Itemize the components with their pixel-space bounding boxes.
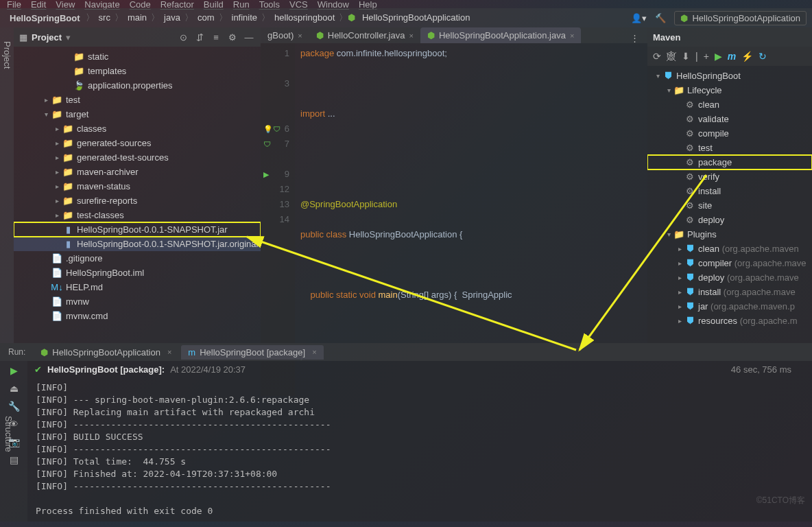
maven-root[interactable]: ▾⛊HelloSpringBoot <box>647 69 812 83</box>
spring-icon: ⬢ <box>316 30 324 40</box>
tab-HelloSpringBootApplication.java[interactable]: ⬢HelloSpringBootApplication.java× <box>420 27 581 43</box>
tree-item-mvnw.cmd[interactable]: 📄mvnw.cmd <box>14 309 261 323</box>
run-tab-HelloSpringBootApplication[interactable]: ⬢HelloSpringBootApplication× <box>34 345 178 360</box>
plugin-resources[interactable]: ▸⛊resources (org.apache.m <box>647 314 812 328</box>
lifecycle-install[interactable]: ⚙install <box>647 184 812 198</box>
run-config-selector[interactable]: ⬢ HelloSpringBootApplication <box>674 11 807 25</box>
dropdown-icon[interactable]: ▾ <box>66 32 71 43</box>
breadcrumb-bar: HelloSpringBoot 〉src〉main〉java〉com〉infin… <box>0 8 812 27</box>
structure-tab[interactable]: Structure <box>3 416 14 452</box>
run-duration: 46 sec, 756 ms <box>731 364 791 375</box>
breadcrumb-HelloSpringBootApplication[interactable]: HelloSpringBootApplication <box>358 11 475 24</box>
plugin-install[interactable]: ▸⛊install (org.apache.mave <box>647 285 812 299</box>
project-tool-tab[interactable]: Project <box>0 27 14 343</box>
lifecycle-verify[interactable]: ⚙verify <box>647 169 812 184</box>
more-tabs-icon[interactable]: ⋮ <box>630 33 639 43</box>
refresh-icon[interactable]: ⟳ <box>653 51 661 62</box>
lifecycle-package[interactable]: ⚙package <box>647 155 812 169</box>
console-output[interactable]: [INFO] [INFO] --- spring-boot-maven-plug… <box>27 377 812 522</box>
project-panel-header: ▦ Project ▾ ⊙ ⇵ ≡ ⚙ — <box>14 27 261 47</box>
lifecycle-validate[interactable]: ⚙validate <box>647 112 812 126</box>
tab-partial[interactable]: gBoot)× <box>261 27 309 43</box>
hide-icon[interactable]: — <box>243 32 255 43</box>
rerun-icon[interactable]: ▶ <box>10 365 18 376</box>
breadcrumb-com[interactable]: com <box>193 11 219 24</box>
target-icon[interactable]: ⊙ <box>177 32 189 43</box>
check-icon: ✔ <box>34 364 42 375</box>
plugin-compiler[interactable]: ▸⛊compiler (org.apache.mave <box>647 256 812 270</box>
m-icon[interactable]: m <box>728 51 736 62</box>
sync-icon[interactable]: ↻ <box>759 51 767 62</box>
tree-item-test-classes[interactable]: ▸📁test-classes <box>14 208 261 222</box>
tree-item-surefire-reports[interactable]: ▸📁surefire-reports <box>14 194 261 208</box>
tree-item-maven-status[interactable]: ▸📁maven-status <box>14 179 261 194</box>
tree-item-test[interactable]: ▸📁test <box>14 93 261 107</box>
run-status-meta: At 2022/4/19 20:37 <box>170 364 246 375</box>
plugin-deploy[interactable]: ▸⛊deploy (org.apache.mave <box>647 270 812 285</box>
maven-lifecycle[interactable]: ▾📁Lifecycle <box>647 83 812 97</box>
tree-item-generated-test-sources[interactable]: ▸📁generated-test-sources <box>14 150 261 165</box>
lifecycle-test[interactable]: ⚙test <box>647 141 812 155</box>
close-icon[interactable]: × <box>312 348 316 356</box>
main-menubar[interactable]: FileEditViewNavigateCodeRefactorBuildRun… <box>0 0 812 8</box>
tree-item-HelloSpringBoot-0.0.1-SNAPSHOT.jar.original[interactable]: ▮HelloSpringBoot-0.0.1-SNAPSHOT.jar.orig… <box>14 237 261 251</box>
plugin-jar[interactable]: ▸⛊jar (org.apache.maven.p <box>647 299 812 314</box>
breadcrumb-java[interactable]: java <box>160 11 184 24</box>
tree-item-HelloSpringBoot-0.0.1-SNAPSHOT.jar[interactable]: ▮HelloSpringBoot-0.0.1-SNAPSHOT.jar <box>14 222 261 237</box>
expand-icon[interactable]: ⇵ <box>193 32 206 43</box>
filter-icon[interactable]: ⏏ <box>10 383 19 394</box>
wrench-icon[interactable]: 🔧 <box>8 401 20 412</box>
maven-plugins[interactable]: ▾📁Plugins <box>647 227 812 242</box>
run-tabs[interactable]: Run: ⬢HelloSpringBootApplication×mHelloS… <box>0 343 812 361</box>
run-tool-window: Run: ⬢HelloSpringBootApplication×mHelloS… <box>0 343 812 522</box>
tree-item-classes[interactable]: ▸📁classes <box>14 121 261 136</box>
breadcrumb-src[interactable]: src <box>95 11 115 24</box>
lifecycle-compile[interactable]: ⚙compile <box>647 126 812 141</box>
spring-icon: ⬢ <box>427 30 435 40</box>
tree-item-templates[interactable]: 📁templates <box>14 64 261 78</box>
breadcrumb-hellospringboot[interactable]: hellospringboot <box>270 11 339 24</box>
divider-icon[interactable]: ≡ <box>210 32 222 43</box>
close-icon[interactable]: × <box>298 32 302 40</box>
tree-item-HelloSpringBoot.iml[interactable]: 📄HelloSpringBoot.iml <box>14 266 261 280</box>
tree-item-target[interactable]: ▾📁target <box>14 107 261 121</box>
tree-item-HELP.md[interactable]: M↓HELP.md <box>14 280 261 294</box>
tab-HelloController.java[interactable]: ⬢HelloController.java× <box>309 27 420 43</box>
lifecycle-clean[interactable]: ⚙clean <box>647 97 812 112</box>
maven-toolbar[interactable]: ⟳ 🕸 ⬇ | + ▶ m ⚡ ↻ <box>647 47 812 66</box>
tree-item-application.properties[interactable]: 🍃application.properties <box>14 78 261 93</box>
generate-icon[interactable]: 🕸 <box>667 51 676 62</box>
breadcrumb-main[interactable]: main <box>123 11 151 24</box>
breadcrumb-root[interactable]: HelloSpringBoot <box>5 12 84 25</box>
lifecycle-site[interactable]: ⚙site <box>647 198 812 213</box>
run-tab-HelloSpringBoot [package][interactable]: mHelloSpringBoot [package]× <box>181 345 323 360</box>
breadcrumb-infinite[interactable]: infinite <box>228 11 262 24</box>
spring-icon: ⬢ <box>680 13 688 23</box>
watermark: ©51CTO博客 <box>756 495 805 506</box>
tree-item-mvnw[interactable]: 📄mvnw <box>14 294 261 309</box>
download-icon[interactable]: ⬇ <box>682 51 690 62</box>
tree-item-generated-sources[interactable]: ▸📁generated-sources <box>14 136 261 150</box>
build-icon[interactable]: 🔨 <box>655 13 666 23</box>
run-icon[interactable]: ▶ <box>715 51 722 62</box>
editor-tabs[interactable]: gBoot)× ⬢HelloController.java×⬢HelloSpri… <box>261 27 647 43</box>
close-icon[interactable]: × <box>167 348 171 356</box>
close-icon[interactable]: × <box>409 32 413 40</box>
plugin-clean[interactable]: ▸⛊clean (org.apache.maven <box>647 242 812 256</box>
run-config-label: HelloSpringBootApplication <box>692 13 800 23</box>
close-icon[interactable]: × <box>570 32 574 40</box>
tree-item-maven-archiver[interactable]: ▸📁maven-archiver <box>14 165 261 179</box>
run-label: Run: <box>3 347 31 357</box>
add-icon[interactable]: + <box>704 51 709 62</box>
maven-header: Maven <box>647 27 812 47</box>
tree-item-.gitignore[interactable]: 📄.gitignore <box>14 251 261 266</box>
user-icon[interactable]: 👤▾ <box>631 13 647 23</box>
tree-item-static[interactable]: 📁static <box>14 49 261 64</box>
spring-icon: ⬢ <box>348 12 355 23</box>
lifecycle-deploy[interactable]: ⚙deploy <box>647 213 812 227</box>
maven-tree[interactable]: ▾⛊HelloSpringBoot▾📁Lifecycle⚙clean⚙valid… <box>647 66 812 331</box>
project-tree[interactable]: 📁static📁templates🍃application.properties… <box>14 47 261 326</box>
gear-icon[interactable]: ⚙ <box>226 32 239 43</box>
skip-tests-icon[interactable]: ⚡ <box>741 51 753 62</box>
breadcrumb[interactable]: HelloSpringBoot 〉src〉main〉java〉com〉infin… <box>5 12 474 25</box>
